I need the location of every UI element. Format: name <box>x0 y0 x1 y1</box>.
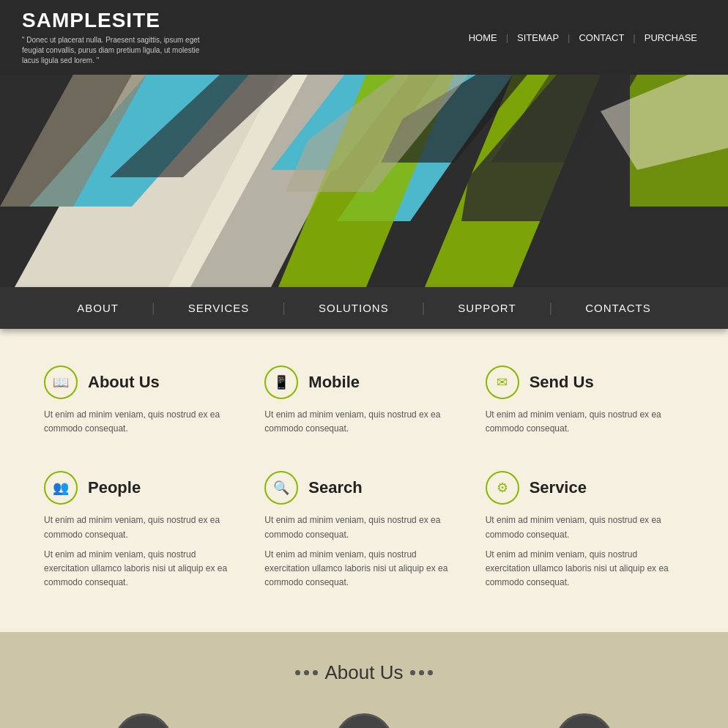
features-grid: 📖 About Us Ut enim ad minim veniam, quis… <box>44 365 684 595</box>
book-icon: 📖 <box>44 365 78 399</box>
feature-header: 👥 People <box>44 471 242 505</box>
feature-item: ⚙ Service Ut enim ad minim veniam, quis … <box>486 471 684 595</box>
team-member: Steve Dow Ut enim ad minim veniam, quis … <box>264 713 463 728</box>
content-section: 📖 About Us Ut enim ad minim veniam, quis… <box>0 329 728 632</box>
team-grid: John Dow Ut enim ad minim veniam, quis n… <box>44 713 684 728</box>
feature-header: 📖 About Us <box>44 365 242 399</box>
feature-item: 🔍 Search Ut enim ad minim veniam, quis n… <box>264 471 463 595</box>
nav-support[interactable]: SUPPORT <box>425 302 549 314</box>
dot-6 <box>428 670 433 675</box>
dot-5 <box>419 670 424 675</box>
top-bar: SAMPLESITE " Donec ut placerat nulla. Pr… <box>0 0 728 75</box>
dot-2 <box>304 670 309 675</box>
feature-text: Ut enim ad minim veniam, quis nostrud ex… <box>486 513 684 541</box>
nav-contacts[interactable]: CONTACTS <box>552 302 683 314</box>
nav-purchase[interactable]: PURCHASE <box>636 32 706 43</box>
team-member: Paul Dow Ut enim ad minim veniam, quis n… <box>486 713 684 728</box>
team-member: John Dow Ut enim ad minim veniam, quis n… <box>44 713 242 728</box>
feature-title: Service <box>530 478 587 497</box>
team-avatar <box>335 713 393 728</box>
nav-services[interactable]: SERVICES <box>155 302 283 314</box>
feature-header: 📱 Mobile <box>264 365 463 399</box>
site-logo: SAMPLESITE <box>22 9 212 32</box>
dots-left <box>295 670 318 675</box>
tagline: " Donec ut placerat nulla. Praesent sagi… <box>22 35 212 66</box>
nav-about[interactable]: ABOUT <box>44 302 152 314</box>
about-title: About Us <box>325 661 404 684</box>
feature-text: Ut enim ad minim veniam, quis nostrud ex… <box>486 548 684 590</box>
gear-icon: ⚙ <box>486 471 519 505</box>
nav-sitemap[interactable]: SITEMAP <box>508 32 568 43</box>
people-icon: 👥 <box>44 471 78 505</box>
team-avatar <box>555 713 614 728</box>
hero-section <box>0 75 728 287</box>
nav-home[interactable]: HOME <box>460 32 506 43</box>
feature-item: 📱 Mobile Ut enim ad minim veniam, quis n… <box>264 365 463 442</box>
feature-title: Search <box>308 478 362 497</box>
dot-3 <box>313 670 318 675</box>
feature-header: ✉ Send Us <box>486 365 684 399</box>
search-icon: 🔍 <box>264 471 298 505</box>
dot-4 <box>410 670 415 675</box>
about-section: About Us John Dow Ut enim ad minim venia… <box>0 632 728 728</box>
nav-contact[interactable]: CONTACT <box>570 32 633 43</box>
feature-header: ⚙ Service <box>486 471 684 505</box>
feature-title: About Us <box>88 373 160 392</box>
dot-1 <box>295 670 300 675</box>
feature-item: ✉ Send Us Ut enim ad minim veniam, quis … <box>486 365 684 442</box>
feature-text: Ut enim ad minim veniam, quis nostrud ex… <box>264 408 463 436</box>
top-nav: HOME | SITEMAP | CONTACT | PURCHASE <box>460 32 706 43</box>
feature-item: 📖 About Us Ut enim ad minim veniam, quis… <box>44 365 242 442</box>
feature-item: 👥 People Ut enim ad minim veniam, quis n… <box>44 471 242 595</box>
feature-text: Ut enim ad minim veniam, quis nostrud ex… <box>264 513 463 541</box>
feature-header: 🔍 Search <box>264 471 463 505</box>
feature-text: Ut enim ad minim veniam, quis nostrud ex… <box>264 548 463 590</box>
feature-text: Ut enim ad minim veniam, quis nostrud ex… <box>44 408 242 436</box>
feature-title: Mobile <box>308 373 360 392</box>
main-nav: ABOUT | SERVICES | SOLUTIONS | SUPPORT |… <box>0 287 728 329</box>
mail-icon: ✉ <box>486 365 519 399</box>
dots-right <box>410 670 433 675</box>
feature-text: Ut enim ad minim veniam, quis nostrud ex… <box>486 408 684 436</box>
feature-title: People <box>88 478 141 497</box>
hero-graphic <box>0 75 728 287</box>
about-header: About Us <box>44 661 684 684</box>
mobile-icon: 📱 <box>264 365 298 399</box>
feature-title: Send Us <box>530 373 594 392</box>
feature-text: Ut enim ad minim veniam, quis nostrud ex… <box>44 548 242 590</box>
team-avatar <box>114 713 173 728</box>
logo-area: SAMPLESITE " Donec ut placerat nulla. Pr… <box>22 9 212 66</box>
nav-solutions[interactable]: SOLUTIONS <box>286 302 422 314</box>
feature-text: Ut enim ad minim veniam, quis nostrud ex… <box>44 513 242 541</box>
